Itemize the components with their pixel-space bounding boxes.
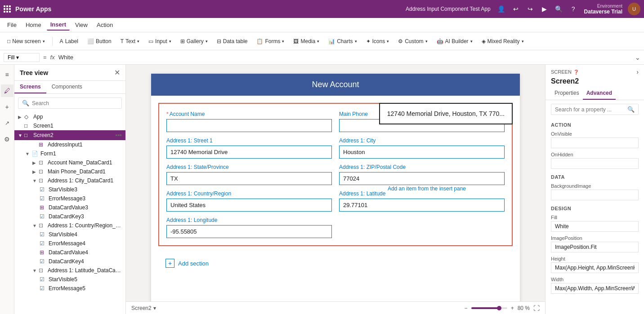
tree-item-starvisible3[interactable]: ☑ StarVisible3 — [14, 185, 125, 194]
screen2-dots[interactable]: ••• — [115, 132, 122, 139]
formula-expand-icon[interactable]: ⌄ — [635, 54, 640, 61]
person-icon[interactable]: 👤 — [496, 4, 507, 14]
zoom-bar[interactable] — [471, 307, 507, 309]
side-icon-add[interactable]: + — [1, 101, 13, 113]
chevron-icon: ▾ — [43, 39, 45, 44]
toolbar-datatable[interactable]: ⊟ Data table — [213, 36, 251, 46]
tree-item-errormessage5[interactable]: ☑ ErrorMessage5 — [14, 284, 125, 293]
toolbar-custom[interactable]: ⚙ Custom ▾ — [394, 36, 431, 46]
panel-close-button[interactable]: ✕ — [114, 68, 120, 77]
tree-item-app[interactable]: ▶ ◇ App — [14, 112, 125, 121]
tree-item-errormessage3[interactable]: ☑ ErrorMessage3 — [14, 194, 125, 203]
tree-item-datacardkey4[interactable]: ☑ DataCardKey4 — [14, 257, 125, 266]
tree-item-addressinput1[interactable]: ⊞ AddressInput1 — [14, 140, 125, 149]
avatar[interactable]: U — [628, 3, 640, 15]
toolbar-button[interactable]: ⬜ Button — [84, 36, 115, 46]
input-account-name[interactable] — [166, 119, 332, 132]
input-city[interactable] — [339, 146, 505, 159]
toolbar-mixed-reality[interactable]: ◈ Mixed Reality ▾ — [478, 36, 528, 46]
input-zip[interactable] — [339, 172, 505, 185]
menu-action[interactable]: Action — [93, 20, 116, 30]
tab-properties[interactable]: Properties — [551, 87, 583, 100]
tree-item-screen2[interactable]: ▼ □ Screen2 ••• — [14, 130, 125, 140]
formula-input[interactable] — [58, 54, 631, 61]
side-icons: ≡ 🖊 + ↗ ⚙ — [0, 65, 14, 314]
input-street1[interactable] — [166, 146, 332, 159]
tree-item-form1[interactable]: ▼ 📄 Form1 — [14, 149, 125, 158]
screen1-icon: □ — [24, 123, 31, 129]
toolbar-label[interactable]: A Label — [56, 36, 82, 46]
menu-home[interactable]: Home — [22, 20, 45, 30]
input-state[interactable] — [166, 172, 332, 185]
toolbar-text[interactable]: T Text ▾ — [117, 36, 143, 46]
toolbar-input[interactable]: ▭ Input ▾ — [145, 36, 175, 46]
height-input[interactable] — [551, 262, 639, 273]
tree-item-datacardvalue3[interactable]: ⊞ DataCardValue3 — [14, 203, 125, 212]
imageposition-input[interactable] — [551, 242, 639, 252]
undo-icon[interactable]: ↩ — [510, 4, 521, 14]
user-icon[interactable]: 🔍 — [554, 4, 564, 14]
tree-item-errormessage4[interactable]: ☑ ErrorMessage4 — [14, 239, 125, 248]
fullscreen-button[interactable]: ⛶ — [533, 305, 540, 312]
tree-item-starvisible5[interactable]: ☑ StarVisible5 — [14, 275, 125, 284]
side-icon-tree[interactable]: 🖊 — [1, 84, 13, 97]
onhidden-input[interactable] — [551, 158, 639, 169]
tree-item-city-datacard[interactable]: ▼ ⊡ Address 1: City_DataCard1 — [14, 176, 125, 185]
tree-item-phone-datacard[interactable]: ▶ ⊡ Main Phone_DataCard1 — [14, 167, 125, 176]
right-panel-search-box[interactable]: 🔍 — [551, 104, 639, 115]
help-icon[interactable]: ? — [568, 4, 579, 14]
onvisible-input[interactable] — [551, 137, 639, 148]
tree-search-input[interactable] — [32, 100, 118, 106]
menu-file[interactable]: File — [4, 20, 20, 30]
dcv4-label: DataCardValue4 — [49, 249, 122, 256]
toolbar-forms[interactable]: 📋 Forms ▾ — [253, 36, 288, 46]
fill-input[interactable] — [551, 221, 639, 232]
right-panel-search-input[interactable] — [555, 106, 625, 113]
toolbar-icons[interactable]: ✦ Icons ▾ — [362, 36, 393, 46]
input-latitude[interactable] — [339, 199, 505, 212]
width-input[interactable] — [551, 283, 639, 294]
form1-icon: 📄 — [31, 150, 39, 157]
side-icon-menu[interactable]: ≡ — [1, 68, 13, 81]
formula-dropdown[interactable]: Fill ▾ — [4, 53, 40, 62]
tree-item-account-datacard[interactable]: ▶ ⊡ Account Name_DataCard1 — [14, 158, 125, 167]
menu-bar: File Home Insert View Action — [0, 18, 644, 32]
menu-insert[interactable]: Insert — [47, 19, 70, 31]
tree-item-latitude-datacard[interactable]: ▼ ⊡ Address 1: Latitude_DataCard1 — [14, 266, 125, 275]
add-section[interactable]: + Add section — [158, 253, 513, 273]
toolbar-ai-builder[interactable]: 🤖 AI Builder ▾ — [433, 36, 476, 46]
tree-item-datacardkey3[interactable]: ☑ DataCardKey3 — [14, 212, 125, 221]
toolbar-new-screen[interactable]: □ New screen ▾ — [4, 36, 49, 46]
zoom-minus[interactable]: − — [465, 305, 468, 311]
field-state: Address 1: State/Province — [166, 164, 332, 185]
tree-item-datacardvalue4[interactable]: ⊞ DataCardValue4 — [14, 248, 125, 257]
zoom-plus[interactable]: + — [511, 305, 514, 311]
redo-icon[interactable]: ↪ — [525, 4, 536, 14]
tab-advanced[interactable]: Advanced — [583, 87, 616, 100]
app-logo[interactable]: Power Apps — [4, 5, 51, 13]
backgroundimage-label: BackgroundImage — [551, 183, 639, 189]
formula-bar: Fill ▾ = fx ⌄ — [0, 50, 644, 65]
tree-item-country-datacard[interactable]: ▼ ⊡ Address 1: Country/Region_DataCard — [14, 221, 125, 230]
right-panel-collapse-button[interactable]: › — [636, 68, 639, 75]
tree-item-screen1[interactable]: □ Screen1 — [14, 121, 125, 130]
backgroundimage-input[interactable] — [551, 190, 639, 200]
toolbar: □ New screen ▾ A Label ⬜ Button T Text ▾… — [0, 32, 644, 50]
prop-height: Height — [546, 254, 644, 275]
play-icon[interactable]: ▶ — [539, 4, 550, 14]
input-country[interactable] — [166, 199, 332, 212]
toolbar-gallery[interactable]: ⊞ Gallery ▾ — [177, 36, 211, 46]
tree-item-starvisible4[interactable]: ☑ StarVisible4 — [14, 230, 125, 239]
menu-view[interactable]: View — [72, 20, 91, 30]
screen-chevron: ▾ — [153, 305, 156, 311]
label-zip: Address 1: ZIP/Postal Code — [339, 164, 505, 170]
tab-screens[interactable]: Screens — [14, 81, 46, 93]
toolbar-media[interactable]: 🖼 Media ▾ — [290, 36, 323, 46]
input-longitude[interactable] — [166, 225, 332, 238]
tab-components[interactable]: Components — [46, 81, 88, 93]
side-icon-settings[interactable]: ⚙ — [1, 133, 13, 146]
toolbar-charts[interactable]: 📊 Charts ▾ — [325, 36, 360, 46]
side-icon-nav[interactable]: ↗ — [1, 117, 13, 129]
tree-search-box[interactable]: 🔍 — [18, 97, 122, 109]
chevron-icon: ▾ — [137, 39, 139, 44]
